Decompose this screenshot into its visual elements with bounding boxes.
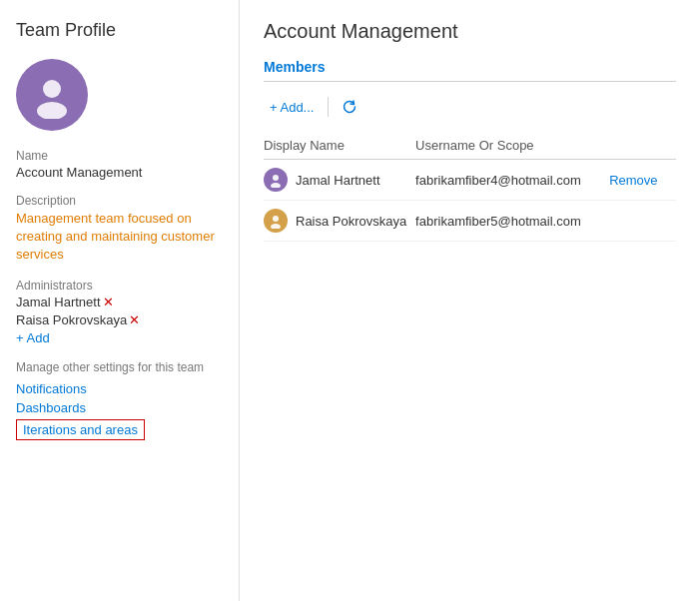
col-header-display-name: Display Name [264, 132, 415, 160]
remove-admin-2-icon[interactable]: ✕ [129, 312, 140, 327]
remove-admin-1-icon[interactable]: ✕ [103, 295, 114, 309]
svg-point-5 [271, 224, 281, 229]
administrators-label: Administrators [16, 279, 223, 293]
notifications-link[interactable]: Notifications [16, 381, 223, 396]
description-label: Description [16, 194, 223, 208]
member-avatar [264, 209, 288, 233]
svg-point-0 [43, 80, 61, 98]
members-section-header: Members [264, 59, 676, 75]
svg-point-2 [273, 175, 279, 181]
admin-item: Raisa Pokrovskaya ✕ [16, 312, 223, 327]
member-avatar [264, 168, 288, 192]
member-username: fabrikamfiber4@hotmail.com [415, 160, 609, 201]
sidebar-title: Team Profile [16, 20, 223, 41]
name-label: Name [16, 149, 223, 163]
svg-point-4 [273, 216, 279, 222]
svg-point-1 [37, 102, 67, 119]
dashboards-link[interactable]: Dashboards [16, 400, 223, 415]
col-header-username: Username Or Scope [415, 132, 609, 160]
members-table: Display Name Username Or Scope Jamal Har… [264, 132, 676, 242]
toolbar-divider [328, 97, 329, 117]
refresh-icon [341, 98, 358, 116]
main-content: Account Management Members + Add... Disp… [240, 0, 700, 601]
member-display-name: Raisa Pokrovskaya [296, 214, 406, 229]
section-divider [264, 81, 676, 82]
admin-item: Jamal Hartnett ✕ [16, 295, 223, 309]
team-avatar [16, 59, 88, 131]
add-member-button[interactable]: + Add... [264, 96, 320, 119]
page-title: Account Management [264, 20, 676, 43]
add-member-label: + Add... [270, 100, 314, 115]
member-name-cell: Raisa Pokrovskaya [264, 209, 407, 233]
description-value: Management team focused on creating and … [16, 210, 223, 265]
member-username: fabrikamfiber5@hotmail.com [415, 201, 609, 242]
admin-name-1: Jamal Hartnett [16, 295, 101, 309]
table-row: Jamal Hartnett fabrikamfiber4@hotmail.co… [264, 160, 676, 201]
add-admin-link[interactable]: + Add [16, 330, 50, 345]
col-header-action [609, 132, 676, 160]
sidebar: Team Profile Name Account Management Des… [0, 0, 240, 601]
member-display-name: Jamal Hartnett [296, 173, 380, 188]
svg-point-3 [271, 183, 281, 188]
member-name-cell: Jamal Hartnett [264, 168, 407, 192]
refresh-button[interactable] [337, 94, 362, 120]
table-row: Raisa Pokrovskaya fabrikamfiber5@hotmail… [264, 201, 676, 242]
admin-name-2: Raisa Pokrovskaya [16, 312, 127, 327]
remove-member-link[interactable]: Remove [609, 173, 657, 188]
iterations-areas-link[interactable]: Iterations and areas [16, 419, 145, 440]
manage-label: Manage other settings for this team [16, 359, 223, 376]
toolbar: + Add... [264, 94, 676, 120]
name-value: Account Management [16, 165, 223, 180]
